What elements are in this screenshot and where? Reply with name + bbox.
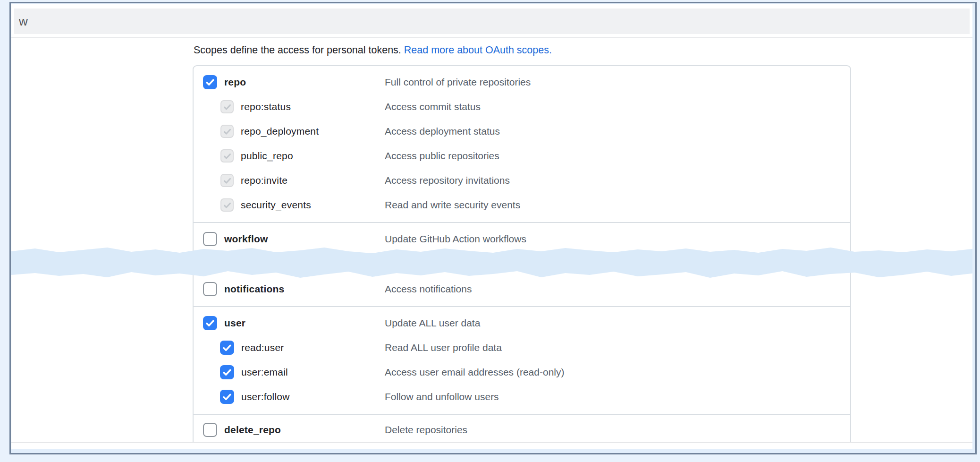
checkmark-icon (223, 176, 232, 185)
scope-label: repo:invite (241, 175, 287, 186)
checkbox-notifications[interactable] (203, 282, 217, 296)
scope-group-delete-repo: delete_repo Delete repositories (194, 414, 850, 443)
scope-row-user: user Update ALL user data (194, 311, 850, 335)
scope-description: Follow and unfollow users (385, 391, 499, 402)
scope-description: Access repository invitations (385, 175, 510, 186)
checkmark-icon (223, 152, 232, 161)
scope-label: user:email (241, 367, 288, 378)
scope-label: workflow (224, 233, 268, 245)
checkbox-repo-invite (220, 174, 234, 187)
scope-label: user (224, 317, 245, 329)
scope-row-notifications: notifications Access notifications (194, 277, 850, 301)
scope-description: Access commit status (385, 101, 481, 112)
oauth-scopes-link[interactable]: Read more about OAuth scopes. (404, 44, 552, 56)
scope-label: security_events (241, 199, 311, 211)
scope-description: Delete repositories (385, 424, 467, 436)
scope-group-repo: repo Full control of private repositorie… (194, 66, 850, 222)
checkbox-user[interactable] (203, 316, 217, 330)
scopes-list: repo Full control of private repositorie… (193, 65, 851, 443)
checkmark-icon (222, 342, 232, 353)
checkmark-icon (223, 201, 232, 210)
bottom-divider (11, 442, 972, 443)
scope-label: notifications (224, 283, 284, 295)
checkmark-icon (222, 367, 232, 377)
scope-description: Full control of private repositories (385, 77, 531, 88)
divider (11, 37, 972, 38)
torn-row (194, 256, 850, 273)
checkmark-icon (223, 103, 232, 111)
top-input[interactable]: w (14, 9, 970, 34)
scope-description: Access user email addresses (read-only) (385, 367, 564, 378)
scopes-intro-text: Scopes define the access for personal to… (194, 44, 404, 56)
window-frame: w Scopes define the access for personal … (9, 2, 977, 454)
scope-row-delete-repo: delete_repo Delete repositories (194, 418, 850, 442)
scope-label: user:follow (241, 391, 290, 402)
scope-row-workflow: workflow Update GitHub Action workflows (194, 227, 850, 251)
scope-row-security-events: security_events Read and write security … (194, 193, 850, 217)
scope-label: repo_deployment (241, 126, 319, 137)
checkbox-public-repo (220, 149, 234, 163)
top-input-value: w (19, 14, 28, 29)
scope-row-repo-invite: repo:invite Access repository invitation… (194, 168, 850, 193)
scope-label: public_repo (241, 150, 293, 162)
scope-row-repo-status: repo:status Access commit status (194, 94, 850, 119)
checkmark-icon (205, 318, 215, 328)
scope-description: Read ALL user profile data (385, 342, 502, 353)
checkbox-read-user[interactable] (220, 341, 234, 355)
scope-row-repo: repo Full control of private repositorie… (194, 70, 850, 94)
scope-row-user-follow: user:follow Follow and unfollow users (194, 385, 850, 409)
checkbox-repo[interactable] (203, 75, 217, 89)
scope-label: read:user (241, 342, 284, 353)
scopes-intro: Scopes define the access for personal to… (194, 43, 851, 57)
checkbox-user-email[interactable] (220, 365, 234, 379)
checkmark-icon (222, 392, 232, 402)
scope-label: repo (224, 77, 246, 88)
page-canvas: w Scopes define the access for personal … (11, 4, 972, 449)
checkbox-repo-deployment (220, 125, 234, 138)
checkmark-icon (205, 77, 215, 87)
scope-row-public-repo: public_repo Access public repositories (194, 144, 850, 168)
scope-description: Read and write security events (385, 199, 520, 211)
scope-description: Access notifications (385, 283, 472, 295)
scope-label: repo:status (241, 101, 291, 112)
checkbox-delete-repo[interactable] (203, 423, 217, 437)
scope-description: Access public repositories (385, 150, 499, 162)
scope-label: delete_repo (224, 424, 281, 436)
scope-group-notifications: notifications Access notifications (194, 273, 850, 306)
checkbox-user-follow[interactable] (220, 390, 234, 404)
scope-group-user: user Update ALL user data read:user Read… (194, 306, 850, 414)
scope-row-user-email: user:email Access user email addresses (… (194, 360, 850, 385)
checkbox-workflow[interactable] (203, 232, 217, 246)
scope-description: Update GitHub Action workflows (385, 233, 526, 245)
checkmark-icon (223, 127, 232, 136)
scopes-section: Scopes define the access for personal to… (193, 43, 851, 443)
scope-description: Access deployment status (385, 126, 500, 137)
scope-description: Update ALL user data (385, 317, 480, 329)
scope-row-repo-deployment: repo_deployment Access deployment status (194, 119, 850, 144)
checkbox-repo-status (220, 100, 234, 113)
scope-row-read-user: read:user Read ALL user profile data (194, 335, 850, 360)
checkbox-security-events (220, 198, 234, 212)
